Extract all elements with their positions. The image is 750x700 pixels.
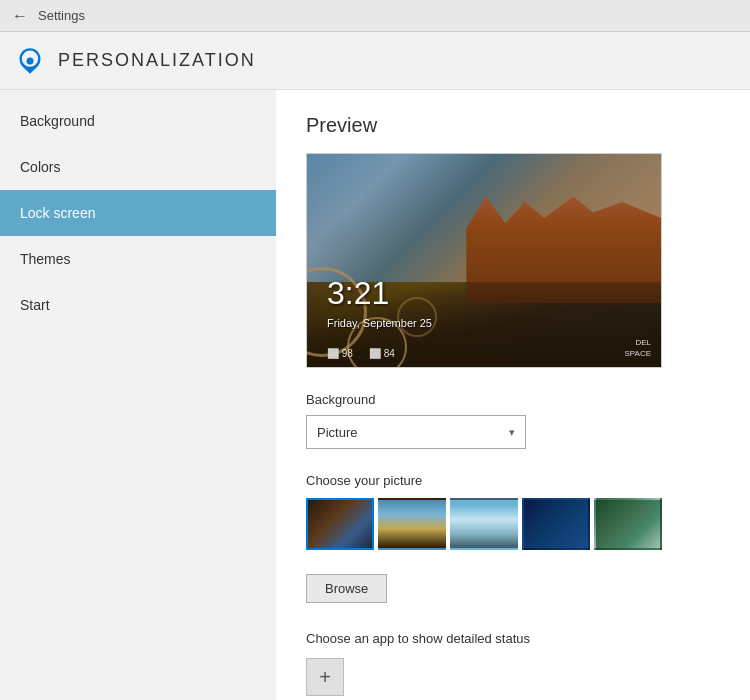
back-button[interactable]: ←	[12, 7, 28, 25]
choose-picture-section: Choose your picture	[306, 473, 720, 550]
lockscreen-preview: 3:21 Friday, September 25 ⬜ 98 ⬜ 84 DELS…	[306, 153, 662, 368]
sidebar-item-colors[interactable]: Colors	[0, 144, 276, 190]
sidebar: BackgroundColorsLock screenThemesStart	[0, 90, 276, 700]
clock-time: 3:21	[327, 275, 389, 312]
svg-point-0	[27, 57, 34, 64]
personalization-icon	[16, 47, 44, 75]
dropdown-value: Picture	[317, 425, 357, 440]
picture-thumbnail-thumb-4[interactable]	[522, 498, 590, 550]
picture-thumbnail-thumb-5[interactable]	[594, 498, 662, 550]
picture-thumbnail-thumb-2[interactable]	[378, 498, 446, 550]
app-status-label: Choose an app to show detailed status	[306, 631, 720, 646]
weather-value-2: ⬜ 84	[369, 348, 395, 359]
background-section: Background Picture ▾	[306, 392, 720, 449]
pictures-grid	[306, 498, 720, 550]
header: PERSONALIZATION	[0, 32, 750, 90]
background-label: Background	[306, 392, 720, 407]
title-bar-text: Settings	[38, 8, 85, 23]
sidebar-item-background[interactable]: Background	[0, 98, 276, 144]
picture-thumbnail-thumb-3[interactable]	[450, 498, 518, 550]
keyboard-hints: DELSPACE	[624, 337, 651, 359]
main-layout: BackgroundColorsLock screenThemesStart P…	[0, 90, 750, 700]
header-title: PERSONALIZATION	[58, 50, 256, 71]
sidebar-item-start[interactable]: Start	[0, 282, 276, 328]
title-bar: ← Settings	[0, 0, 750, 32]
clock-date: Friday, September 25	[327, 317, 432, 329]
content-area: Preview 3:21 Friday, September 25 ⬜ 98 ⬜…	[276, 90, 750, 700]
sidebar-item-themes[interactable]: Themes	[0, 236, 276, 282]
preview-title: Preview	[306, 114, 720, 137]
sidebar-item-lock-screen[interactable]: Lock screen	[0, 190, 276, 236]
weather-value-1: ⬜ 98	[327, 348, 353, 359]
browse-button[interactable]: Browse	[306, 574, 387, 603]
add-app-button[interactable]: +	[306, 658, 344, 696]
choose-picture-label: Choose your picture	[306, 473, 720, 488]
weather-info: ⬜ 98 ⬜ 84	[327, 348, 395, 359]
chevron-down-icon: ▾	[509, 426, 515, 439]
picture-thumbnail-thumb-1[interactable]	[306, 498, 374, 550]
background-dropdown[interactable]: Picture ▾	[306, 415, 526, 449]
